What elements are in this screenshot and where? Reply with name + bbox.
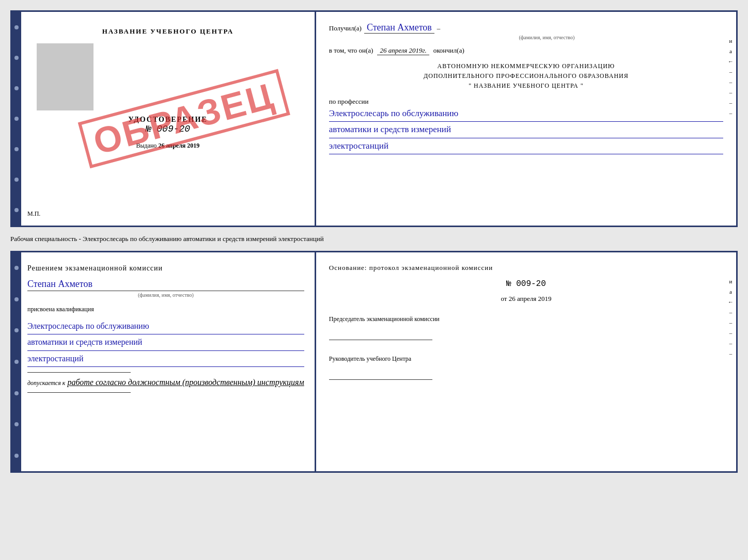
okonchil-label: окончил(а) xyxy=(433,46,464,55)
bottom-binding-left xyxy=(12,252,21,471)
qual-line2: автоматики и средств измерений xyxy=(27,334,304,350)
profession-line1: Электрослесарь по обслуживанию xyxy=(329,106,723,122)
rc4: – xyxy=(729,69,733,75)
doc-center-title: НАЗВАНИЕ УЧЕБНОГО ЦЕНТРА xyxy=(102,27,234,36)
vydano-line: Выдано 26 апреля 2019 xyxy=(136,142,199,150)
dopuskaetsya-prefix: допускается к xyxy=(27,379,65,387)
page-wrapper: НАЗВАНИЕ УЧЕБНОГО ЦЕНТРА УДОСТОВЕРЕНИЕ №… xyxy=(10,10,738,473)
bottom-separator xyxy=(27,372,131,373)
binding-left xyxy=(12,12,21,226)
brc5: – xyxy=(729,319,733,326)
mp-line: М.П. xyxy=(27,210,40,218)
qual-line1: Электрослесарь по обслуживанию xyxy=(27,318,304,334)
chairman-title: Председатель экзаменационной комиссии xyxy=(329,314,723,324)
profession-label: по профессии xyxy=(329,98,723,106)
bl-dot-2 xyxy=(14,297,19,301)
doc-right: Получил(а) Степан Ахметов – (фамилия, им… xyxy=(316,12,736,226)
bottom-fio-label: (фамилия, имя, отчество) xyxy=(27,292,304,298)
rukov-sign-line xyxy=(329,379,432,380)
bl-dot-7 xyxy=(14,454,19,458)
udostoverenie-number: № 009-20 xyxy=(128,124,207,134)
binding-dot-3 xyxy=(14,86,19,90)
rc8: – xyxy=(729,110,733,116)
rc7: – xyxy=(729,100,733,106)
brc7: – xyxy=(729,340,733,346)
bl-dot-3 xyxy=(14,328,19,332)
rc5: – xyxy=(729,79,733,85)
protocol-number: № 009-20 xyxy=(329,279,723,289)
top-document: НАЗВАНИЕ УЧЕБНОГО ЦЕНТРА УДОСТОВЕРЕНИЕ №… xyxy=(10,10,738,227)
osnovanie-title: Основание: протокол экзаменационной коми… xyxy=(329,263,723,273)
vtom-date: 26 апреля 2019г. xyxy=(377,46,429,55)
rukov-title: Руководитель учебного Центра xyxy=(329,354,723,364)
binding-dot-4 xyxy=(14,117,19,121)
avtonom-line1: АВТОНОМНУЮ НЕКОММЕРЧЕСКУЮ ОРГАНИЗАЦИЮ xyxy=(329,61,723,71)
bl-dot-5 xyxy=(14,391,19,395)
brc1: и xyxy=(729,278,733,284)
doc-left: НАЗВАНИЕ УЧЕБНОГО ЦЕНТРА УДОСТОВЕРЕНИЕ №… xyxy=(12,12,316,226)
qual-line3: электростанций xyxy=(27,351,304,367)
binding-dot-6 xyxy=(14,178,19,182)
dash-1: – xyxy=(437,24,441,33)
fio-label-top: (фамилия, имя, отчество) xyxy=(370,35,723,40)
bl-dot-6 xyxy=(14,422,19,426)
udostoverenie-title: УДОСТОВЕРЕНИЕ xyxy=(128,116,207,124)
qualification-block: Электрослесарь по обслуживанию автоматик… xyxy=(27,318,304,367)
vtom-line: в том, что он(а) 26 апреля 2019г. окончи… xyxy=(329,46,723,55)
avtonom-line3: " НАЗВАНИЕ УЧЕБНОГО ЦЕНТРА " xyxy=(329,81,723,91)
prisvoena-text: присвоена квалификация xyxy=(27,306,304,313)
protocol-date: от 26 апреля 2019 xyxy=(329,295,723,303)
profession-block: по профессии Электрослесарь по обслужива… xyxy=(329,98,723,155)
commission-name: Степан Ахметов xyxy=(27,279,304,291)
dopuskaetsya-text: работе согласно должностным (производств… xyxy=(67,378,304,387)
avtonom-line2: ДОПОЛНИТЕЛЬНОГО ПРОФЕССИОНАЛЬНОГО ОБРАЗО… xyxy=(329,71,723,81)
profession-line2: автоматики и средств измерений xyxy=(329,122,723,138)
photo-placeholder xyxy=(37,43,93,110)
brc6: – xyxy=(729,330,733,336)
binding-dot-1 xyxy=(14,25,19,29)
bottom-document: Решением экзаменационной комиссии Степан… xyxy=(10,251,738,473)
poluchil-label: Получил(а) xyxy=(329,24,362,33)
bl-dot-1 xyxy=(14,266,19,270)
rc3: ← xyxy=(728,58,734,65)
ot-label: от xyxy=(501,295,507,302)
avtonom-block: АВТОНОМНУЮ НЕКОММЕРЧЕСКУЮ ОРГАНИЗАЦИЮ ДО… xyxy=(329,61,723,91)
bottom-separator-2 xyxy=(27,392,131,393)
rukov-block: Руководитель учебного Центра xyxy=(329,354,723,380)
dopuskaetsya-block: допускается к работе согласно должностны… xyxy=(27,378,304,387)
vydano-label: Выдано xyxy=(136,142,157,149)
binding-dot-2 xyxy=(14,56,19,60)
brc8: – xyxy=(729,350,733,357)
binding-dot-5 xyxy=(14,147,19,151)
subtitle-text: Рабочая специальность - Электрослесарь п… xyxy=(10,232,738,246)
bottom-right: Основание: протокол экзаменационной коми… xyxy=(316,252,736,471)
poluchil-name: Степан Ахметов xyxy=(364,22,434,34)
resheniem-title: Решением экзаменационной комиссии xyxy=(27,263,304,274)
vydano-date: 26 апреля 2019 xyxy=(158,142,199,149)
right-chars-top: и а ← – – – – – xyxy=(728,38,734,116)
brc4: – xyxy=(729,309,733,315)
ot-date: 26 апреля 2019 xyxy=(509,295,552,302)
brc3: ← xyxy=(728,299,734,305)
binding-dot-7 xyxy=(14,208,19,212)
brc2: а xyxy=(729,289,732,295)
chairman-block: Председатель экзаменационной комиссии xyxy=(329,314,723,340)
vtom-label: в том, что он(а) xyxy=(329,46,373,55)
rc6: – xyxy=(729,89,733,95)
udostoverenie-block: УДОСТОВЕРЕНИЕ № 009-20 xyxy=(128,116,207,134)
right-chars-bottom: и а ← – – – – – xyxy=(728,278,734,357)
bottom-left: Решением экзаменационной комиссии Степан… xyxy=(12,252,316,471)
chairman-sign-line xyxy=(329,340,432,340)
profession-line3: электростанций xyxy=(329,138,723,155)
bl-dot-4 xyxy=(14,360,19,364)
poluchil-line: Получил(а) Степан Ахметов – xyxy=(329,22,723,34)
rc1: и xyxy=(729,38,733,44)
rc2: а xyxy=(729,48,732,54)
